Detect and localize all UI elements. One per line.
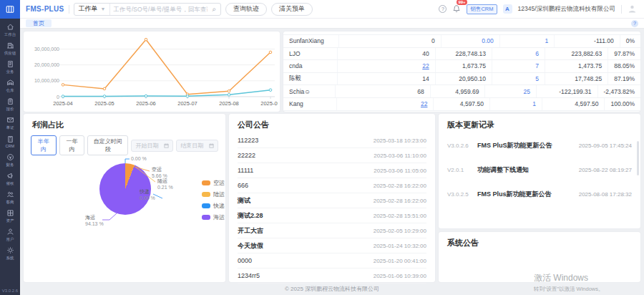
sidebar-item-user[interactable]: 用户 (0, 226, 20, 244)
gear-icon (6, 246, 14, 254)
cell-value: 20,950.10 (459, 75, 486, 82)
cell-value: 4,959.69 (455, 88, 479, 95)
cell-value[interactable]: 6 (535, 50, 539, 57)
pie-label-value: 0.00 % (140, 195, 155, 201)
sales-summary-card: SunfanXiang00.001-111.000%LJO40228,748.1… (283, 32, 640, 112)
windows-activation-watermark: 激活 Windows 转到“设置”以激活 Windows。 (534, 272, 604, 293)
profile-icon[interactable] (628, 4, 637, 14)
count-link[interactable]: 1 (500, 35, 555, 47)
app-version: V3.0.2.6 (0, 286, 20, 295)
customs-preorder-button[interactable]: 清关预单 (271, 3, 313, 16)
announcement-title: 测试 (238, 196, 250, 205)
filter-one-year-button[interactable]: 一年内 (59, 135, 85, 155)
company-name[interactable]: 12345/深圳鹏程云物流科技有限公司 (518, 5, 616, 14)
cell-value[interactable]: 1 (532, 100, 536, 107)
announcement-date: 2025-02-28 16:22:00 (374, 183, 426, 189)
sidebar-item-customers[interactable]: 客商 (0, 188, 20, 207)
start-date-placeholder: 开始日期 (135, 142, 158, 150)
svg-text:10,000,000: 10,000,000 (34, 78, 59, 83)
track-query-button[interactable]: 查询轨迹 (225, 3, 267, 16)
sidebar-item-finance[interactable]: 财务 (0, 151, 20, 170)
sidebar-item-documents[interactable]: 单证 (0, 114, 20, 132)
notifications-bell[interactable]: 99+ (452, 3, 461, 16)
table-row[interactable]: cnda221,673.7571,473.7588.05% (283, 60, 640, 73)
order-count[interactable]: 22 (338, 60, 436, 72)
cell-value[interactable]: 5 (535, 75, 539, 82)
sidebar-item-collection[interactable]: 催收 (0, 170, 20, 188)
announcement-row[interactable]: 1234rr52025-01-06 10:39:00 (238, 269, 426, 284)
announcement-row[interactable]: 111112025-03-06 11:05:00 (238, 163, 426, 178)
cell-value[interactable]: 1 (545, 37, 548, 44)
count-link[interactable]: 25 (485, 85, 537, 97)
version-title: FMS Plus新功能更新公告 (477, 190, 579, 199)
avatar[interactable]: A (503, 4, 512, 14)
amount-value[interactable]: 0.00 (441, 35, 500, 47)
count-link[interactable]: 5 (492, 73, 545, 85)
profit-value: -111.00 (555, 35, 620, 47)
cell-value[interactable]: 25 (524, 88, 530, 95)
cell-value[interactable]: 22 (421, 100, 427, 107)
table-row[interactable]: Kang224,597.5014,597.50100.00% (283, 98, 640, 111)
user-icon (6, 228, 14, 236)
cell-value: cnda (289, 62, 302, 69)
sidebar-item-assets[interactable]: 资产 (0, 207, 20, 226)
version-row[interactable]: V3.0.2.6FMS PluS新功能更新公告2025-09-05 17:45:… (439, 133, 640, 158)
order-count[interactable]: 22 (337, 98, 434, 110)
search-type-select[interactable]: 工作单 ▼ (74, 4, 111, 15)
tab-home[interactable]: 首页 (26, 19, 52, 27)
help-icon[interactable]: ? (439, 5, 447, 13)
filter-custom-range-button[interactable]: 自定义时间段 (87, 135, 128, 155)
announcement-row[interactable]: 今天放假2025-01-24 10:32:00 (238, 238, 426, 253)
scrollbar[interactable] (637, 141, 639, 175)
version-row[interactable]: V3.0.2.5FMS Plus新功能更新公告2025-08-08 17:28:… (439, 182, 640, 206)
announcement-row[interactable]: 测试2.282025-02-28 15:51:00 (238, 208, 426, 223)
announcement-row[interactable]: 6662025-02-28 16:22:00 (238, 178, 426, 193)
version-row[interactable]: V2.0.1功能调整下线通知2025-08-22 08:19:27 (439, 158, 640, 182)
sidebar-item-warehouse[interactable]: 仓库 (0, 77, 20, 95)
watermark-line1: 激活 Windows (534, 272, 604, 284)
filter-half-year-button[interactable]: 半年内 (31, 135, 57, 155)
search-input[interactable] (110, 6, 210, 13)
salesperson-name: SunfanXiang (283, 35, 339, 47)
announcement-row[interactable]: 00002025-01-20 00:41:00 (238, 253, 426, 269)
count-link[interactable]: 6 (492, 48, 545, 60)
legend-item-海运[interactable]: 海运 (202, 213, 225, 221)
envelope-icon (6, 116, 14, 124)
count-link[interactable]: 7 (492, 60, 545, 72)
cell-value[interactable]: 7 (535, 62, 539, 69)
app-logo-icon[interactable] (0, 0, 20, 19)
search-icon[interactable]: ⌕ (210, 5, 220, 14)
table-row[interactable]: SunfanXiang00.001-111.000% (283, 35, 640, 48)
pie-label-name: 海运 (85, 214, 104, 221)
table-row[interactable]: 陈毅1420,950.10517,748.2587.19% (283, 73, 640, 86)
sidebar-item-workbench[interactable]: 工作台 (0, 21, 20, 39)
start-date-input[interactable]: 开始日期 (131, 140, 173, 152)
amount-value: 1,673.75 (436, 60, 492, 72)
cell-value[interactable]: 22 (422, 62, 429, 69)
table-row[interactable]: Schia☺684,959.6925-122,199.31-2,473.82% (283, 85, 640, 98)
sidebar-item-quotation[interactable]: 报价 (0, 95, 20, 114)
sales-summary-table: SunfanXiang00.001-111.000%LJO40228,748.1… (283, 35, 640, 111)
count-link[interactable]: 1 (490, 98, 542, 110)
cell-value[interactable]: 0.00 (482, 37, 494, 44)
announcement-row[interactable]: 测试2025-02-28 16:22:00 (238, 193, 426, 208)
tab-help-icon[interactable]: ? (631, 20, 638, 27)
announcement-row[interactable]: 222222025-03-06 11:10:00 (238, 148, 426, 163)
end-date-input[interactable]: 结束日期 (176, 140, 218, 152)
legend-item-快递[interactable]: 快递 (202, 202, 225, 210)
legend-item-陆运[interactable]: 陆运 (202, 190, 225, 198)
crm-tag[interactable]: 销售CRM (467, 4, 497, 14)
legend-chip (202, 180, 210, 185)
sidebar-item-label: 工作台 (4, 32, 16, 37)
legend-item-空运[interactable]: 空运 (202, 179, 225, 187)
revenue-trend-card: 010,000,00020,000,00030,000,0002025-0420… (24, 32, 280, 112)
announcement-row[interactable]: 开工大吉2025-02-05 10:29:00 (238, 223, 426, 238)
sidebar-item-supply-chain[interactable]: 供应链 (0, 39, 20, 58)
pie-label-name: 快递 (140, 188, 155, 195)
announcement-row[interactable]: 1122232025-03-18 10:23:00 (238, 133, 426, 148)
sidebar-item-business[interactable]: 业务 (0, 58, 20, 77)
legend-chip (202, 203, 210, 208)
sidebar-item-system[interactable]: 系统 (0, 244, 20, 263)
table-row[interactable]: LJO40228,748.136223,882.6397.87% (283, 48, 640, 61)
sidebar-item-crm[interactable]: CRM (0, 132, 20, 151)
